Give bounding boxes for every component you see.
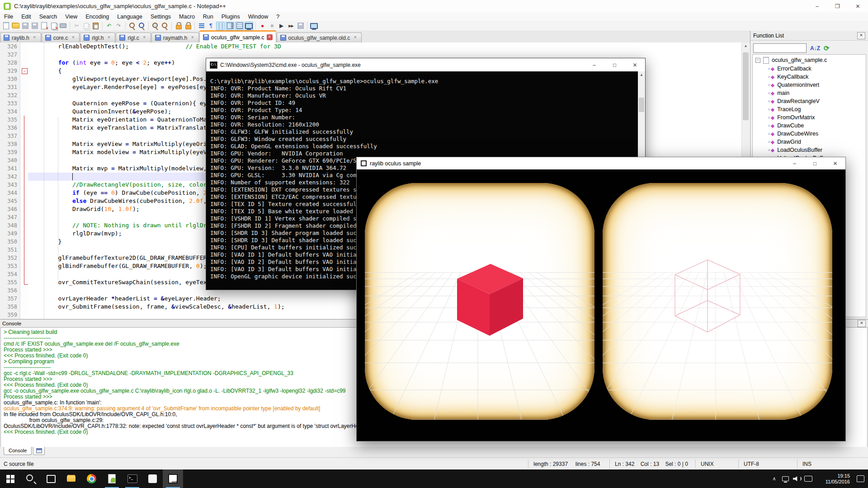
- indent-guide-icon[interactable]: [216, 22, 225, 30]
- monitoring-icon[interactable]: [310, 22, 318, 30]
- close-panel-icon[interactable]: ✕: [857, 32, 865, 39]
- scroll-up-arrow-icon[interactable]: ▲: [742, 42, 750, 50]
- tab-rlgl-c[interactable]: rlgl.c×: [116, 33, 151, 42]
- close-tab-icon[interactable]: ×: [70, 35, 76, 41]
- console-tab[interactable]: Console: [4, 447, 32, 455]
- record-macro-icon[interactable]: ●: [258, 22, 267, 30]
- close-console-icon[interactable]: ✕: [858, 320, 866, 327]
- minimize-button[interactable]: –: [807, 0, 827, 12]
- sort-az-icon[interactable]: A↓Z: [810, 45, 820, 52]
- scrollbar-thumb[interactable]: [743, 52, 749, 120]
- print-icon[interactable]: [59, 22, 67, 30]
- function-search-input[interactable]: [753, 43, 807, 53]
- raylib-close-button[interactable]: ✕: [825, 157, 845, 169]
- taskbar-clock[interactable]: 19:15 11/05/2016: [816, 473, 850, 485]
- hidden-icons-icon[interactable]: ∧: [769, 469, 780, 488]
- chrome-icon[interactable]: [81, 469, 102, 488]
- menu-view[interactable]: View: [61, 13, 81, 21]
- copy-icon[interactable]: [82, 22, 90, 30]
- file-explorer-icon[interactable]: [61, 469, 81, 488]
- menu-help[interactable]: ?: [272, 13, 283, 21]
- function-item-tracelog[interactable]: ≡◆TraceLog: [753, 105, 866, 113]
- menu-edit[interactable]: Edit: [17, 13, 35, 21]
- find-icon[interactable]: [128, 22, 137, 30]
- menu-macro[interactable]: Macro: [175, 13, 199, 21]
- tab-raymath-h[interactable]: raymath.h×: [151, 33, 199, 42]
- cmd-scroll-up-icon[interactable]: ▲: [638, 71, 645, 79]
- fold-collapse-icon[interactable]: −: [22, 68, 28, 74]
- oculus-app-icon[interactable]: [142, 469, 163, 488]
- cmd-scrollbar-thumb[interactable]: [639, 98, 644, 112]
- close-tab-icon[interactable]: ×: [32, 35, 38, 41]
- notepad-plus-plus-icon[interactable]: [102, 469, 122, 488]
- function-item-drawgrid[interactable]: ≡◆DrawGrid: [753, 138, 866, 146]
- function-tree-root[interactable]: − oculus_glfw_sample.c: [753, 55, 866, 65]
- tab-raylib-h[interactable]: raylib.h×: [0, 33, 41, 42]
- action-center-icon[interactable]: [853, 469, 868, 488]
- function-item-loadoculusbuffer[interactable]: ≡◆LoadOculusBuffer: [753, 146, 866, 154]
- search-icon[interactable]: [20, 469, 41, 488]
- paste-icon[interactable]: [91, 22, 100, 30]
- playback-macro-icon[interactable]: ▶: [277, 22, 286, 30]
- undo-icon[interactable]: ↶: [105, 22, 113, 30]
- panel-icon-tab[interactable]: [33, 447, 45, 455]
- new-file-icon[interactable]: [2, 22, 10, 30]
- collapse-expander-icon[interactable]: −: [755, 58, 760, 63]
- doc-map-icon[interactable]: [226, 22, 234, 30]
- restore-button[interactable]: ❐: [827, 0, 848, 12]
- menu-encoding[interactable]: Encoding: [81, 13, 113, 21]
- menu-run[interactable]: Run: [199, 13, 217, 21]
- doc-switcher-icon[interactable]: [245, 22, 253, 30]
- cmd-maximize-button[interactable]: □: [604, 59, 625, 71]
- run-macro-multiple-icon[interactable]: ▶▶: [287, 22, 295, 30]
- refresh-icon[interactable]: ⟳: [824, 44, 830, 52]
- zoom-in-icon[interactable]: [151, 22, 160, 30]
- show-all-characters-icon[interactable]: ¶: [207, 22, 215, 30]
- close-tab-icon[interactable]: ×: [106, 35, 112, 41]
- function-item-drawrectanglev[interactable]: ≡◆DrawRectangleV: [753, 97, 866, 105]
- function-item-keycallback[interactable]: ≡◆KeyCallback: [753, 73, 866, 81]
- close-file-icon[interactable]: [40, 22, 48, 30]
- menu-language[interactable]: Language: [113, 13, 146, 21]
- stop-recording-icon[interactable]: ■: [268, 22, 276, 30]
- menu-plugins[interactable]: Plugins: [217, 13, 244, 21]
- sync-horizontal-scroll-icon[interactable]: [184, 22, 192, 30]
- save-file-icon[interactable]: [21, 22, 29, 30]
- open-file-icon[interactable]: [11, 22, 20, 30]
- menu-search[interactable]: Search: [35, 13, 61, 21]
- function-item-quaternioninvert[interactable]: ≡◆QuaternionInvert: [753, 81, 866, 89]
- function-item-fromovrmatrix[interactable]: ≡◆FromOvrMatrix: [753, 113, 866, 122]
- close-tab-icon[interactable]: ×: [267, 34, 273, 40]
- function-item-drawcube[interactable]: ≡◆DrawCube: [753, 122, 866, 130]
- raylib-app-icon[interactable]: [163, 469, 183, 488]
- close-all-icon[interactable]: [49, 22, 58, 30]
- save-all-icon[interactable]: [30, 22, 39, 30]
- cmd-prompt-icon[interactable]: [122, 469, 142, 488]
- close-tab-icon[interactable]: ×: [189, 35, 195, 41]
- start-icon[interactable]: [0, 469, 20, 488]
- replace-icon[interactable]: [137, 22, 146, 30]
- volume-icon[interactable]: [791, 469, 802, 488]
- zoom-out-icon[interactable]: [160, 22, 169, 30]
- cmd-minimize-button[interactable]: –: [584, 59, 604, 71]
- redo-icon[interactable]: ↷: [114, 22, 123, 30]
- tab-oculus-glfw-sample-c[interactable]: oculus_glfw_sample.c×: [199, 30, 276, 43]
- tab-oculus-glfw-sample-old-c[interactable]: oculus_glfw_sample.old.c×: [277, 33, 362, 42]
- raylib-minimize-button[interactable]: –: [784, 157, 805, 169]
- task-view-icon[interactable]: [41, 469, 61, 488]
- save-recorded-macro-icon[interactable]: [296, 22, 305, 30]
- tab-core-c[interactable]: core.c×: [42, 33, 80, 42]
- menu-file[interactable]: File: [0, 13, 17, 21]
- close-tab-icon[interactable]: ×: [142, 35, 147, 41]
- function-list-toggle-icon[interactable]: [235, 22, 244, 30]
- function-item-errorcallback[interactable]: ≡◆ErrorCallback: [753, 65, 866, 73]
- menu-window[interactable]: Window: [244, 13, 272, 21]
- cmd-close-button[interactable]: ✕: [625, 59, 645, 71]
- touch-keyboard-icon[interactable]: [802, 469, 814, 488]
- function-item-main[interactable]: ≡◆main: [753, 89, 866, 97]
- close-tab-icon[interactable]: ×: [352, 35, 358, 41]
- cut-icon[interactable]: ✂: [72, 22, 81, 30]
- function-item-drawcubewires[interactable]: ≡◆DrawCubeWires: [753, 130, 866, 138]
- close-button[interactable]: ✕: [848, 0, 868, 12]
- raylib-maximize-button[interactable]: □: [805, 157, 825, 169]
